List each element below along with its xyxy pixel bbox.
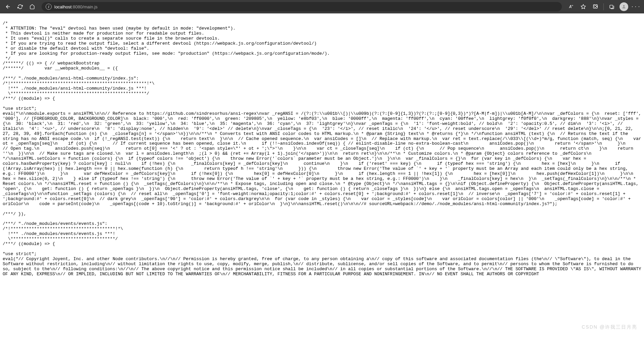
back-icon [5, 4, 11, 10]
code-eval1: eval("\n\nmodule.exports = ansiHTML\n\n/… [3, 111, 644, 256]
url-display: localhost:8080/main.js [54, 4, 98, 9]
site-info-icon[interactable]: i [46, 4, 52, 10]
home-icon [30, 4, 35, 9]
toolbar-right: A» ··· [566, 1, 641, 12]
toolbar-divider [603, 3, 604, 10]
favorite-button[interactable] [578, 1, 589, 12]
code-eval2: eval("// Copyright Joyent, Inc. and othe… [3, 256, 644, 277]
more-icon: ··· [631, 4, 641, 9]
profile-button[interactable] [619, 1, 629, 12]
url-port: :8080 [71, 4, 83, 9]
svg-rect-1 [610, 5, 613, 8]
page-content: /* * ATTENTION: The "eval" devtool has b… [0, 13, 644, 280]
url-host: localhost [54, 4, 71, 9]
browser-toolbar: i localhost:8080/main.js A» ··· [0, 0, 644, 13]
svg-marker-0 [581, 4, 585, 9]
nav-buttons [3, 1, 38, 12]
menu-button[interactable]: ··· [631, 1, 641, 12]
url-path: /main.js [83, 4, 98, 9]
extensions-button[interactable] [590, 1, 601, 12]
watermark: CSDN @许我三日月亮 [582, 324, 637, 330]
address-bar[interactable]: i localhost:8080/main.js [42, 2, 562, 11]
refresh-button[interactable] [15, 1, 25, 12]
puzzle-icon [593, 4, 598, 9]
reader-button[interactable]: A» [566, 1, 577, 12]
collections-icon [609, 4, 614, 9]
collections-button[interactable] [606, 1, 617, 12]
back-button[interactable] [3, 1, 13, 12]
home-button[interactable] [27, 1, 38, 12]
star-icon [581, 4, 586, 9]
avatar-icon [620, 2, 628, 11]
svg-point-2 [623, 5, 625, 7]
refresh-icon [17, 4, 23, 9]
code-header: /* * ATTENTION: The "eval" devtool has b… [3, 21, 330, 111]
reader-icon: A» [569, 4, 573, 9]
